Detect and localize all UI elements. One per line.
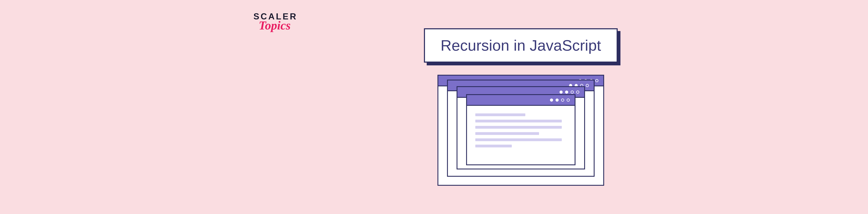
logo-topics-text: Topics — [259, 20, 298, 32]
brand-logo: SCALER Topics — [253, 12, 298, 32]
content-line — [475, 113, 525, 116]
content-line — [475, 138, 562, 141]
window-control-icon — [595, 79, 598, 82]
window-control-icon — [576, 91, 579, 94]
window-inner — [466, 94, 576, 165]
window-control-icon — [559, 91, 563, 94]
recursive-windows-illustration — [437, 71, 604, 186]
window-control-icon — [586, 84, 589, 87]
window-control-icon — [567, 99, 570, 102]
window-body — [467, 106, 575, 158]
main-content: Recursion in JavaScript — [424, 28, 618, 186]
content-line — [475, 132, 539, 135]
window-header — [467, 95, 575, 106]
page-title: Recursion in JavaScript — [441, 37, 601, 54]
content-line — [475, 145, 512, 147]
title-container: Recursion in JavaScript — [424, 28, 618, 63]
window-control-icon — [570, 91, 574, 94]
window-control-icon — [565, 91, 568, 94]
window-control-icon — [561, 99, 564, 102]
content-line — [475, 126, 562, 129]
window-control-icon — [550, 99, 553, 102]
content-line — [475, 120, 562, 122]
title-box: Recursion in JavaScript — [424, 28, 618, 63]
window-control-icon — [556, 99, 559, 102]
